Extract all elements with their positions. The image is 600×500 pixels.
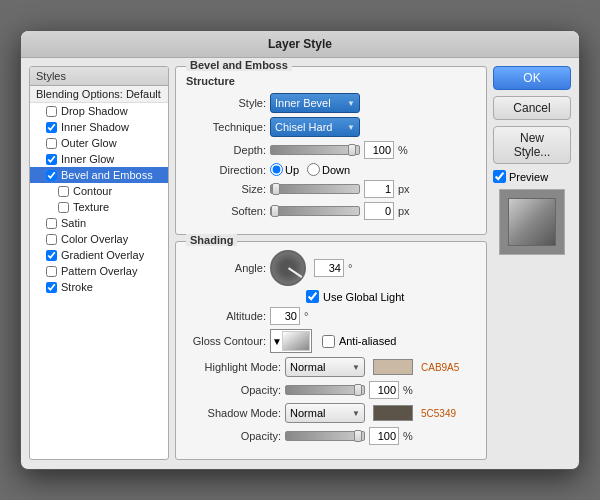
style-item-bevel-emboss[interactable]: Bevel and Emboss (30, 167, 168, 183)
style-item-pattern-overlay[interactable]: Pattern Overlay (30, 263, 168, 279)
soften-slider-thumb[interactable] (271, 205, 279, 217)
style-item-contour[interactable]: Contour (30, 183, 168, 199)
highlight-opacity-slider[interactable] (285, 385, 365, 395)
highlight-opacity-unit: % (403, 384, 413, 396)
depth-label: Depth: (186, 144, 266, 156)
direction-up-radio[interactable] (270, 163, 283, 176)
shadow-color-swatch[interactable] (373, 405, 413, 421)
angle-line (288, 267, 302, 278)
style-item-color-overlay[interactable]: Color Overlay (30, 231, 168, 247)
highlight-annotation: CAB9A5 (421, 362, 459, 373)
contour-checkbox[interactable] (58, 186, 69, 197)
anti-aliased-checkbox[interactable] (322, 335, 335, 348)
preview-box (499, 189, 565, 255)
inner-glow-checkbox[interactable] (46, 154, 57, 165)
soften-input[interactable] (364, 202, 394, 220)
style-item-stroke[interactable]: Stroke (30, 279, 168, 295)
direction-down-label: Down (322, 164, 350, 176)
preview-checkbox[interactable] (493, 170, 506, 183)
technique-dropdown[interactable]: Chisel Hard (270, 117, 360, 137)
style-item-gradient-overlay[interactable]: Gradient Overlay (30, 247, 168, 263)
size-slider-thumb[interactable] (272, 183, 280, 195)
inner-shadow-checkbox[interactable] (46, 122, 57, 133)
structure-subtitle: Structure (186, 75, 476, 87)
shadow-mode-label: Shadow Mode: (186, 407, 281, 419)
stroke-checkbox[interactable] (46, 282, 57, 293)
angle-input[interactable] (314, 259, 344, 277)
outer-glow-checkbox[interactable] (46, 138, 57, 149)
soften-slider-container: px (270, 202, 410, 220)
anti-aliased-label: Anti-aliased (339, 335, 396, 347)
texture-checkbox[interactable] (58, 202, 69, 213)
dialog-title: Layer Style (21, 31, 579, 58)
right-panel: OK Cancel New Style... Preview (493, 66, 571, 460)
shadow-opacity-input[interactable] (369, 427, 399, 445)
shadow-opacity-slider[interactable] (285, 431, 365, 441)
style-item-outer-glow[interactable]: Outer Glow (30, 135, 168, 151)
technique-label: Technique: (186, 121, 266, 133)
shadow-annotation: 5C5349 (421, 408, 456, 419)
style-row: Style: Inner Bevel (186, 93, 476, 113)
preview-inner (508, 198, 556, 246)
direction-up-label: Up (285, 164, 299, 176)
bevel-emboss-checkbox[interactable] (46, 170, 57, 181)
style-dropdown[interactable]: Inner Bevel (270, 93, 360, 113)
new-style-button[interactable]: New Style... (493, 126, 571, 164)
depth-slider[interactable] (270, 145, 360, 155)
bevel-emboss-section-title: Bevel and Emboss (186, 59, 292, 71)
shadow-opacity-label: Opacity: (186, 430, 281, 442)
direction-down-item[interactable]: Down (307, 163, 350, 176)
ok-button[interactable]: OK (493, 66, 571, 90)
depth-unit: % (398, 144, 408, 156)
angle-unit: ° (348, 262, 352, 274)
style-item-texture[interactable]: Texture (30, 199, 168, 215)
drop-shadow-checkbox[interactable] (46, 106, 57, 117)
highlight-opacity-thumb[interactable] (354, 384, 362, 396)
global-light-checkbox[interactable] (306, 290, 319, 303)
styles-panel: Styles Blending Options: Default Drop Sh… (29, 66, 169, 460)
highlight-color-swatch[interactable] (373, 359, 413, 375)
depth-slider-thumb[interactable] (348, 144, 356, 156)
shadow-opacity-unit: % (403, 430, 413, 442)
shadow-mode-dropdown[interactable]: Normal (285, 403, 365, 423)
technique-row: Technique: Chisel Hard (186, 117, 476, 137)
angle-wheel[interactable] (270, 250, 306, 286)
satin-checkbox[interactable] (46, 218, 57, 229)
bevel-emboss-section: Bevel and Emboss Structure Style: Inner … (175, 66, 487, 235)
soften-slider[interactable] (270, 206, 360, 216)
direction-up-item[interactable]: Up (270, 163, 299, 176)
highlight-opacity-row: Opacity: % (186, 381, 476, 399)
style-item-satin[interactable]: Satin (30, 215, 168, 231)
size-slider[interactable] (270, 184, 360, 194)
blending-options-item[interactable]: Blending Options: Default (30, 86, 168, 103)
color-overlay-checkbox[interactable] (46, 234, 57, 245)
layer-style-dialog: Layer Style Styles Blending Options: Def… (20, 30, 580, 470)
highlight-opacity-label: Opacity: (186, 384, 281, 396)
style-item-inner-shadow[interactable]: Inner Shadow (30, 119, 168, 135)
gloss-contour-label: Gloss Contour: (186, 335, 266, 347)
shadow-opacity-thumb[interactable] (354, 430, 362, 442)
highlight-mode-dropdown[interactable]: Normal (285, 357, 365, 377)
style-item-drop-shadow[interactable]: Drop Shadow (30, 103, 168, 119)
cancel-button[interactable]: Cancel (493, 96, 571, 120)
depth-input[interactable] (364, 141, 394, 159)
shadow-opacity-slider-container: % (285, 427, 413, 445)
direction-down-radio[interactable] (307, 163, 320, 176)
gloss-contour-row: Gloss Contour: ▼ Anti-aliased (186, 329, 476, 353)
size-unit: px (398, 183, 410, 195)
preview-label: Preview (509, 171, 548, 183)
size-slider-container: px (270, 180, 410, 198)
altitude-input[interactable] (270, 307, 300, 325)
global-light-row: Use Global Light (306, 290, 476, 303)
size-input[interactable] (364, 180, 394, 198)
gradient-overlay-checkbox[interactable] (46, 250, 57, 261)
highlight-opacity-input[interactable] (369, 381, 399, 399)
gloss-contour-preview[interactable]: ▼ (270, 329, 312, 353)
altitude-row: Altitude: ° (186, 307, 476, 325)
preview-checkbox-row: Preview (493, 170, 571, 183)
pattern-overlay-checkbox[interactable] (46, 266, 57, 277)
title-text: Layer Style (268, 37, 332, 51)
size-row: Size: px (186, 180, 476, 198)
angle-label: Angle: (186, 262, 266, 274)
style-item-inner-glow[interactable]: Inner Glow (30, 151, 168, 167)
